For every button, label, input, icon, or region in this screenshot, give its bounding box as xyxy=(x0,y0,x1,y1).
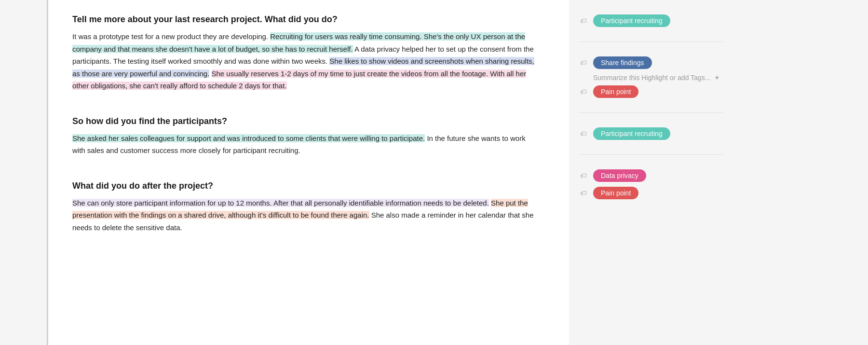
tag-pain-point-2[interactable]: Pain point xyxy=(593,187,638,199)
tag-data-privacy[interactable]: Data privacy xyxy=(593,169,646,182)
section-3: What did you do after the project? She c… xyxy=(72,181,540,234)
tag-group-3: 🏷 Participant recruiting xyxy=(579,123,723,140)
section-1-title: Tell me more about your last research pr… xyxy=(72,14,540,25)
section-1: Tell me more about your last research pr… xyxy=(72,14,540,92)
tag-icon-6: 🏷 xyxy=(579,188,588,198)
sparkle-icon[interactable]: ✦ xyxy=(714,74,720,82)
tag-row-data-privacy: 🏷 Data privacy xyxy=(579,169,723,182)
right-panel: 🏷 Participant recruiting 🏷 Share finding… xyxy=(569,0,733,345)
tag-group-1: 🏷 Participant recruiting xyxy=(579,10,723,27)
section-2-text: She asked her sales colleagues for suppo… xyxy=(72,132,540,157)
tag-icon-3: 🏷 xyxy=(579,87,588,97)
tag-icon-4: 🏷 xyxy=(579,129,588,138)
tag-icon-1: 🏷 xyxy=(579,16,588,26)
tag-row-share-findings: 🏷 Share findings xyxy=(579,56,723,69)
tag-icon-2: 🏷 xyxy=(579,58,588,68)
tag-group-4: 🏷 Data privacy 🏷 Pain point xyxy=(579,165,723,199)
tag-row-pain-point-1: 🏷 Pain point xyxy=(579,85,723,98)
tag-participant-recruiting-2[interactable]: Participant recruiting xyxy=(593,127,670,140)
tag-group-2: 🏷 Share findings Summarize this Highligh… xyxy=(579,52,723,98)
tag-row-pain-point-2: 🏷 Pain point xyxy=(579,187,723,199)
section-2-title: So how did you find the participants? xyxy=(72,116,540,126)
tag-participant-recruiting-1[interactable]: Participant recruiting xyxy=(593,14,670,27)
section-1-text: It was a prototype test for a new produc… xyxy=(72,30,540,92)
divider-1 xyxy=(579,41,723,42)
highlight-lavender-1: She can only store participant informati… xyxy=(72,199,489,207)
section-3-title: What did you do after the project? xyxy=(72,181,540,191)
tag-icon-5: 🏷 xyxy=(579,171,588,180)
highlight-teal-2: She asked her sales colleagues for suppo… xyxy=(72,134,425,142)
summarize-row[interactable]: Summarize this Highlight or add Tags... … xyxy=(579,74,723,82)
left-gutter xyxy=(0,0,48,345)
section-3-text: She can only store participant informati… xyxy=(72,197,540,234)
tag-row-participant-recruiting-1: 🏷 Participant recruiting xyxy=(579,14,723,27)
divider-2 xyxy=(579,112,723,113)
section-2: So how did you find the participants? Sh… xyxy=(72,116,540,157)
summarize-text: Summarize this Highlight or add Tags... xyxy=(593,74,710,82)
tag-share-findings[interactable]: Share findings xyxy=(593,56,652,69)
divider-3 xyxy=(579,154,723,155)
main-content: Tell me more about your last research pr… xyxy=(48,0,569,345)
highlight-teal-1: Recruiting for users was really time con… xyxy=(72,32,525,53)
tag-pain-point-1[interactable]: Pain point xyxy=(593,85,638,98)
tag-row-participant-recruiting-2: 🏷 Participant recruiting xyxy=(579,127,723,140)
